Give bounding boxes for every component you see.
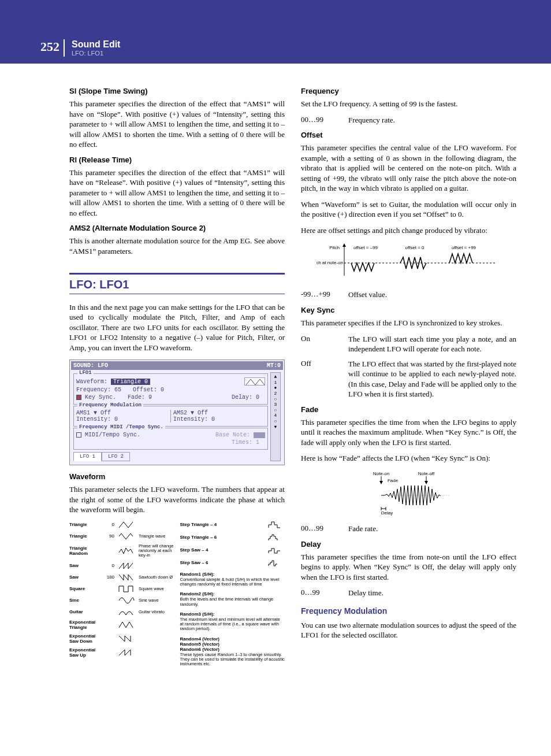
scr-waveform-value[interactable]: Triangle 0 [111, 379, 150, 385]
lfo-screenshot: SOUND: LFO MT:0 LFO1 Waveform: Triangle … [69, 360, 285, 465]
svg-text:offset = 0: offset = 0 [405, 245, 425, 250]
keysync-title: Key Sync [301, 306, 516, 314]
waveform-body: This parameter selects the LFO waveform.… [69, 484, 285, 515]
header-title: Sound Edit [72, 39, 120, 50]
page-header: 252 Sound Edit LFO: LFO1 [0, 0, 551, 64]
waveform-row: Random2 (S/H):Both the levels and the ti… [180, 591, 285, 607]
waveform-row: GuitarGuitar vibrato [69, 608, 174, 616]
keysync-off-v: The LFO effect that was started by the f… [348, 359, 516, 399]
fade-range-desc: Fade rate. [348, 524, 516, 534]
waveform-row: SineSine wave [69, 596, 174, 605]
scr-ams2-v[interactable]: Off [198, 410, 208, 416]
scr-tab-lfo1[interactable]: LFO 1 [73, 452, 102, 461]
scr-int2: Intensity: 0 [173, 416, 265, 423]
waveform-row: Saw0 [69, 562, 174, 570]
frequency-range-desc: Frequency rate. [348, 115, 516, 125]
scr-keysync-check[interactable] [76, 395, 81, 400]
param-sl-body: This parameter specifies the direction o… [69, 99, 285, 150]
fm-title: Frequency Modulation [301, 606, 516, 616]
param-rl-body: This parameter specifies the direction o… [69, 168, 285, 218]
scr-miditempo: MIDI/Tempo Sync. [85, 432, 140, 438]
scr-fade: Fade: 9 [128, 394, 152, 401]
section-lfo1: LFO: LFO1 [69, 273, 285, 294]
scr-sidebar[interactable]: ▲1●2○3○4○▼ [270, 372, 281, 461]
svg-text:Pitch: Pitch [329, 245, 340, 250]
svg-text:Pitch at note-on: Pitch at note-on [317, 260, 343, 265]
param-ams2-body: This is another alternate modulation sou… [69, 236, 285, 256]
waveform-row: Step Triangle – 4 [180, 521, 285, 529]
scr-title-r: MT:0 [267, 362, 281, 369]
waveform-row: Random3 (S/H):The maximum level and mini… [180, 612, 285, 632]
scr-basenote: Base Note: [215, 432, 250, 438]
param-rl-title: Rl (Release Time) [69, 155, 285, 164]
param-sl-title: Sl (Slope Time Swing) [69, 87, 285, 95]
waveform-table: Triangle0Triangle90Triangle waveTriangle… [69, 521, 285, 672]
scr-offset: Offset: 0 [133, 387, 164, 393]
header-subtitle: LFO: LFO1 [72, 50, 120, 57]
keysync-on-k: On [301, 334, 341, 354]
waveform-row: Saw180Sawtooth down Ø [69, 573, 174, 581]
svg-text:Note-off: Note-off [418, 471, 434, 476]
waveform-row: Triangle RandomPhase will change randoml… [69, 544, 174, 558]
svg-text:offset = –99: offset = –99 [353, 245, 378, 250]
fade-title: Fade [301, 405, 516, 414]
fade-body2: Here is how “Fade” affects the LFO (when… [301, 453, 516, 464]
waveform-row: Exponential Saw Down [69, 633, 174, 644]
svg-text:offset = +99: offset = +99 [451, 245, 476, 250]
waveform-row: Random4 (Vector)Random5 (Vector)Random6 … [180, 636, 285, 667]
offset-body2: When “Waveform” is set to Guitar, the mo… [301, 199, 516, 220]
offset-range-desc: Offset value. [348, 290, 516, 300]
waveform-row: Step Triangle – 6 [180, 533, 285, 542]
frequency-body: Set the LFO frequency. A setting of 99 i… [301, 99, 516, 109]
scr-int1: Intensity: 0 [76, 416, 168, 423]
scr-waveform-label: Waveform: [76, 379, 107, 385]
scr-title-l: SOUND: LFO [73, 362, 108, 369]
delay-range: 0…99 [301, 588, 341, 598]
keysync-body: This parameter specifies if the LFO is s… [301, 318, 516, 328]
waveform-row: Exponential Triangle [69, 620, 174, 630]
scr-freq: Frequency: 65 [76, 387, 121, 393]
waveform-row: Step Saw – 4 [180, 546, 285, 554]
offset-body1: This parameter specifies the central val… [301, 143, 516, 194]
delay-range-desc: Delay time. [348, 588, 516, 598]
offset-range: -99…+99 [301, 290, 341, 300]
svg-marker-13 [425, 481, 428, 484]
page-number: 252 [40, 39, 59, 54]
offset-title: Offset [301, 131, 516, 139]
waveform-row: Triangle0 [69, 521, 174, 529]
scr-panel1-title: LFO1 [77, 370, 94, 376]
waveform-row: Triangle90Triangle wave [69, 532, 174, 540]
svg-marker-10 [379, 481, 383, 484]
scr-times: Times: 1 [232, 439, 259, 446]
waveform-row: Random1 (S/H):Conventional sample & hold… [180, 572, 285, 587]
svg-text:Note-on: Note-on [373, 471, 389, 476]
offset-diagram: Pitch Pitch at note-on offset = –99 offs… [301, 241, 516, 281]
svg-text:Fade: Fade [387, 478, 398, 483]
fade-range: 00…99 [301, 524, 341, 534]
offset-body3: Here are offset settings and pitch chang… [301, 225, 516, 236]
scr-ams1-l: AMS1 [76, 410, 94, 416]
scr-panel2-title: Frequency Modulation [77, 402, 143, 408]
scr-keysync: Key Sync. [85, 394, 116, 401]
scr-tab-lfo2[interactable]: LFO 2 [102, 452, 130, 461]
section-intro: In this and the next page you can make s… [69, 302, 285, 353]
svg-text:Delay: Delay [381, 510, 392, 516]
waveform-row: Step Saw – 6 [180, 559, 285, 567]
fade-diagram: Note-on Note-off Fade Delay [301, 469, 516, 516]
scr-ams2-l: AMS2 [173, 410, 191, 416]
keysync-on-v: The LFO will start each time you play a … [348, 334, 516, 354]
param-ams2-title: AMS2 (Alternate Modulation Source 2) [69, 224, 285, 232]
scr-miditempo-check[interactable] [76, 432, 81, 438]
scr-basenote-v[interactable] [254, 432, 265, 438]
waveform-title: Waveform [69, 472, 285, 481]
left-column: Sl (Slope Time Swing) This parameter spe… [69, 81, 285, 671]
fm-body: You can use two alternate modulation sou… [301, 620, 516, 640]
right-column: Frequency Set the LFO frequency. A setti… [301, 81, 516, 671]
fade-body1: This parameter specifies the time from w… [301, 417, 516, 448]
delay-title: Delay [301, 540, 516, 549]
scr-ams1-v[interactable]: Off [100, 410, 111, 416]
keysync-off-k: Off [301, 359, 341, 399]
waveform-row: SquareSquare wave [69, 585, 174, 593]
frequency-range: 00…99 [301, 115, 341, 125]
frequency-title: Frequency [301, 87, 516, 95]
